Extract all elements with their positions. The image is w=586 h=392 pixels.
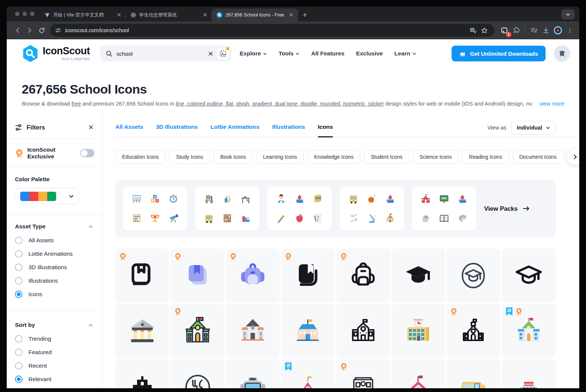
user-avatar[interactable]: 黄 [554,45,570,62]
chip-knowledge-icons[interactable]: Knowledge Icons [307,150,360,164]
profile-button[interactable] [552,25,564,36]
icon-cell-school-outline-2[interactable] [446,304,500,358]
url-text[interactable]: iconscout.com/icons/school [65,27,467,33]
sort-by-relevant[interactable]: Relevant [7,373,103,386]
chip-student-icons[interactable]: Student Icons [364,150,409,164]
radio-button[interactable] [15,264,22,271]
sort-by-trending[interactable]: Trending [7,332,103,346]
downloads-button[interactable] [540,25,552,36]
asset-type-lottie-animations[interactable]: Lottie Animations [7,247,103,261]
media-controls-button[interactable] [528,25,540,36]
tab-close-icon[interactable]: ✕ [201,12,209,18]
nav-item-tools[interactable]: Tools [279,50,300,57]
tab-lottie-animations[interactable]: Lottie Animations [210,124,259,137]
chevron-up-icon[interactable] [88,224,94,230]
browser-menu-button[interactable] [564,25,576,36]
icon-cell-backpack-outline[interactable] [336,249,390,303]
asset-type-all-assets[interactable]: All Assets [7,234,103,247]
icon-cell-grad-cap-circle[interactable] [446,249,500,303]
window-zoom-button[interactable] [30,12,34,16]
radio-button[interactable] [15,237,22,244]
chip-education-icons[interactable]: Education Icons [115,150,166,164]
browser-tab-1[interactable]: 开始 | Vite 官方中文文档✕ [40,9,126,21]
iconscout-logo[interactable]: IconScout from LottieFiles [22,45,90,62]
view-more-link[interactable]: view more [540,101,565,107]
tab-search-button[interactable] [561,9,575,19]
sort-by-featured[interactable]: Featured [7,346,103,359]
chip-science-icons[interactable]: Science Icons [413,150,459,164]
icon-cell-book-flat[interactable] [170,249,224,303]
extension-button[interactable]: 1 [499,25,510,36]
search-input[interactable]: school [116,51,204,57]
exclusive-toggle[interactable] [80,149,94,157]
icon-cell-bank-building[interactable] [115,304,169,358]
asset-type-3d-illustrations[interactable]: 3D Illustrations [7,261,103,274]
icon-cell-building-solid[interactable] [115,359,169,388]
tab-close-icon[interactable]: ✕ [287,12,295,18]
radio-button[interactable] [15,277,22,285]
forward-button[interactable] [24,25,35,36]
icon-cell-school-green[interactable] [170,304,224,358]
icon-cell-school-peach[interactable] [281,304,335,358]
icon-pack-card-4[interactable] [340,187,404,230]
tab-close-icon[interactable]: ✕ [115,12,123,18]
description-link[interactable]: free [72,101,81,107]
search-box[interactable]: school [100,46,231,61]
bookmark-button[interactable] [479,25,490,36]
window-close-button[interactable] [15,12,19,16]
icon-cell-school-outline-3[interactable] [336,359,390,388]
icon-pack-card-1[interactable]: x+yABC [123,187,187,230]
nav-item-explore[interactable]: Explore [240,50,267,57]
window-minimize-button[interactable] [22,12,27,16]
radio-button[interactable] [15,362,22,370]
get-unlimited-downloads-button[interactable]: Get Unlimited Downloads [452,46,546,61]
icon-pack-card-5[interactable]: ABC [412,187,476,230]
reload-button[interactable] [36,25,47,36]
icon-cell-book-solid[interactable] [281,249,335,303]
icon-cell-school-dome[interactable]: SCHOOL [502,359,556,388]
icon-pack-card-3[interactable] [267,187,332,230]
view-packs-link[interactable]: View Packs [484,205,530,212]
icon-cell-book-outline[interactable] [115,249,169,303]
chevron-up-icon[interactable] [88,322,94,328]
site-info-icon[interactable] [55,27,61,34]
radio-button[interactable] [15,349,22,356]
icon-cell-fork-circle[interactable] [170,359,224,388]
image-search-button[interactable] [217,48,228,59]
browser-tab-3[interactable]: 267,656 School Icons - Free✕ [212,9,298,21]
extensions-menu-button[interactable] [511,25,522,36]
radio-button[interactable] [15,250,22,258]
color-palette-dropdown[interactable] [15,188,79,204]
address-bar[interactable]: iconscout.com/icons/school G [50,24,494,37]
icon-pack-card-2[interactable] [195,187,259,230]
radio-button[interactable] [15,335,22,343]
icon-cell-school-bus[interactable] [446,359,500,388]
chips-next-button[interactable] [567,149,579,165]
icon-cell-backpack-flat[interactable] [226,249,280,303]
view-as-dropdown[interactable]: Individual [511,121,556,134]
sort-by-recent[interactable]: Recent [7,359,103,373]
radio-button[interactable] [15,376,22,383]
description-link[interactable]: line, colored outline, flat, glyph, grad… [176,101,384,107]
icon-cell-building-coral[interactable] [226,304,280,358]
chip-reading-icons[interactable]: Reading Icons [462,150,508,164]
tab-icons[interactable]: Icons [318,124,333,137]
back-button[interactable] [12,25,23,36]
chip-study-icons[interactable]: Study Icons [169,150,210,164]
tab-all-assets[interactable]: All Assets [115,124,143,137]
icon-cell-school-yellow[interactable] [391,304,445,358]
nav-item-all-features[interactable]: All Features [311,50,344,57]
icon-cell-schoolhouse-red[interactable] [391,359,445,388]
asset-type-icons[interactable]: Icons [7,288,103,301]
new-tab-button[interactable]: + [298,9,312,21]
nav-item-learn[interactable]: Learn [394,50,416,57]
chip-learning-icons[interactable]: Learning Icons [256,150,304,164]
tab-3d-illustrations[interactable]: 3D Illustrations [156,124,198,137]
translate-button[interactable]: G [467,25,479,36]
icon-cell-school-outline-1[interactable] [336,304,390,358]
tab-illustrations[interactable]: Illustrations [272,124,305,137]
browser-tab-2[interactable]: 学生信息管理系统✕ [126,9,212,21]
icon-cell-grad-cap-solid[interactable] [391,249,445,303]
icon-cell-school-green-blue[interactable] [502,304,556,358]
clear-search-icon[interactable] [208,51,213,57]
